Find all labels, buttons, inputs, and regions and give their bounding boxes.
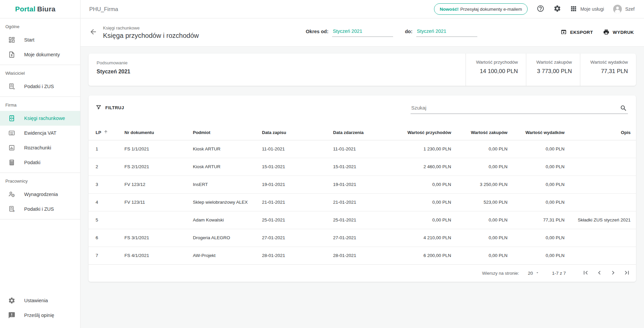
column-header-nr-dokumentu[interactable]: Nr dokumentu bbox=[122, 125, 190, 140]
ledger-cabinet-icon bbox=[8, 114, 16, 122]
print-label: WYDRUK bbox=[613, 30, 634, 35]
table-header-row: LP Nr dokumentu Podmiot Data zapisu Data… bbox=[89, 125, 636, 140]
sidebar-section-ogolne: Ogólne Start Moje dokumenty bbox=[0, 18, 80, 65]
promo-highlight: Nowość! bbox=[440, 7, 459, 12]
column-header-lp[interactable]: LP bbox=[89, 125, 122, 140]
cell-przychody: 6 200,00 PLN bbox=[393, 247, 454, 264]
cell-lp: 4 bbox=[89, 193, 122, 211]
sidebar-item-ksiegi-rachunkowe[interactable]: Księgi rachunkowe bbox=[0, 111, 80, 126]
summary-period: Styczeń 2021 bbox=[97, 69, 458, 75]
table-body: 1 FS 1/1/2021 Kiosk ARTUR 11-01-2021 11-… bbox=[89, 140, 636, 264]
previous-page-button[interactable] bbox=[595, 269, 604, 277]
column-header-przychody[interactable]: Wartość przychodów bbox=[393, 125, 454, 140]
arrow-back-icon bbox=[89, 28, 97, 37]
header-actions: EKSPORT WYDRUK bbox=[560, 29, 634, 36]
first-page-button[interactable] bbox=[581, 269, 590, 277]
summary-stats: Wartość przychodów 14 100,00 PLN Wartość… bbox=[466, 54, 636, 86]
sidebar-item-podatki[interactable]: Podatki bbox=[0, 155, 80, 170]
rows-per-page-select[interactable]: 20 bbox=[528, 271, 539, 276]
table-row[interactable]: 7 FS 4/1/2021 AW-Projekt 28-01-2021 28-0… bbox=[89, 247, 636, 264]
promo-button[interactable]: Nowość! Przesyłaj dokumenty e-mailem bbox=[434, 3, 528, 15]
table-row[interactable]: 3 FV 123/12 InsERT 19-01-2021 19-01-2021… bbox=[89, 176, 636, 193]
filter-label: FILTRUJ bbox=[105, 105, 124, 110]
sidebar-item-wynagrodzenia[interactable]: $ Wynagrodzenia bbox=[0, 187, 80, 202]
cell-przychody: 0,00 PLN bbox=[393, 176, 454, 193]
column-header-opis[interactable]: Opis bbox=[567, 125, 636, 140]
cell-lp: 3 bbox=[89, 176, 122, 193]
document-upload-icon bbox=[8, 51, 16, 59]
sidebar-item-podatki-zus-wlasciciel[interactable]: Podatki i ZUS bbox=[0, 79, 80, 94]
sidebar-item-label: Rozrachunki bbox=[24, 145, 51, 150]
sidebar-item-rozrachunki[interactable]: Rozrachunki bbox=[0, 140, 80, 155]
cell-zakupy: 0,00 PLN bbox=[454, 211, 510, 229]
sidebar-item-podatki-zus-pracownicy[interactable]: P Podatki i ZUS bbox=[0, 202, 80, 216]
sidebar-item-moje-dokumenty[interactable]: Moje dokumenty bbox=[0, 47, 80, 62]
table-row[interactable]: 6 FS 3/1/2021 Drogeria ALEGRO 27-01-2021… bbox=[89, 229, 636, 247]
stat-value: 3 773,00 PLN bbox=[536, 68, 572, 75]
settings-button[interactable] bbox=[553, 5, 561, 13]
export-button[interactable]: EKSPORT bbox=[560, 29, 593, 36]
table-row[interactable]: 5 Adam Kowalski 25-01-2021 25-01-2021 0,… bbox=[89, 211, 636, 229]
title-block: Księgi rachunkowe Księga przychodów i ro… bbox=[103, 25, 199, 40]
sidebar-footer: Ustawienia Prześlij opinię bbox=[0, 293, 80, 328]
stat-label: Wartość wydatków bbox=[590, 60, 628, 65]
rows-per-page-label: Wierszy na stronie: bbox=[482, 271, 519, 276]
cell-opis: Składki ZUS styczeń 2021 bbox=[567, 211, 636, 229]
avatar bbox=[613, 5, 622, 13]
column-header-data-zdarzenia[interactable]: Data zdarzenia bbox=[330, 125, 393, 140]
sidebar-item-ewidencja-vat[interactable]: VAT Ewidencja VAT bbox=[0, 126, 80, 140]
svg-text:$: $ bbox=[12, 194, 13, 196]
cell-podmiot: Adam Kowalski bbox=[190, 211, 259, 229]
sidebar-item-start[interactable]: Start bbox=[0, 32, 80, 47]
cell-przychody: 2 460,00 PLN bbox=[393, 158, 454, 176]
sidebar-item-ustawienia[interactable]: Ustawienia bbox=[0, 293, 80, 308]
search-icon[interactable] bbox=[620, 105, 627, 113]
pagination-bar: Wierszy na stronie: 20 1-7 z 7 bbox=[89, 264, 636, 282]
cell-data-zdarzenia: 15-01-2021 bbox=[330, 158, 393, 176]
stat-przychody: Wartość przychodów 14 100,00 PLN bbox=[466, 54, 526, 86]
sidebar-item-label: Podatki bbox=[24, 160, 40, 165]
search-box bbox=[411, 104, 628, 114]
table-row[interactable]: 4 FV 123/11 Sklep wielobranżowy ALEX 21-… bbox=[89, 193, 636, 211]
sidebar-item-przeslij-opinie[interactable]: Prześlij opinię bbox=[0, 308, 80, 323]
column-label: LP bbox=[96, 130, 101, 135]
cell-zakupy: 523,00 PLN bbox=[454, 193, 510, 211]
logo-text: PortalBiura bbox=[15, 5, 55, 13]
last-page-button[interactable] bbox=[623, 269, 631, 277]
sidebar-item-label: Ewidencja VAT bbox=[24, 130, 56, 136]
cell-opis bbox=[567, 229, 636, 247]
column-header-podmiot[interactable]: Podmiot bbox=[190, 125, 259, 140]
section-label: Firma bbox=[0, 97, 80, 111]
period-to-field[interactable]: Styczeń 2021 bbox=[416, 28, 477, 37]
column-header-zakupy[interactable]: Wartość zakupów bbox=[454, 125, 510, 140]
next-page-button[interactable] bbox=[609, 269, 618, 277]
column-header-data-zapisu[interactable]: Data zapisu bbox=[259, 125, 330, 140]
cell-data-zapisu: 11-01-2021 bbox=[259, 140, 330, 158]
cell-wydatki: 0,00 PLN bbox=[510, 176, 567, 193]
funnel-icon bbox=[96, 104, 102, 111]
column-header-wydatki[interactable]: Wartość wydatków bbox=[510, 125, 567, 140]
back-button[interactable] bbox=[89, 28, 97, 37]
user-menu[interactable]: Szef bbox=[613, 5, 635, 13]
my-services-button[interactable]: Moje usługi bbox=[570, 5, 604, 13]
cell-data-zapisu: 25-01-2021 bbox=[259, 211, 330, 229]
print-button[interactable]: WYDRUK bbox=[603, 29, 634, 36]
table-row[interactable]: 2 FS 2/1/2021 Kiosk ARTUR 15-01-2021 15-… bbox=[89, 158, 636, 176]
main-area: Księgi rachunkowe Księga przychodów i ro… bbox=[80, 18, 644, 328]
cell-data-zapisu: 19-01-2021 bbox=[259, 176, 330, 193]
printer-icon bbox=[603, 29, 609, 36]
filter-button[interactable]: FILTRUJ bbox=[96, 104, 124, 111]
period-from-field[interactable]: Styczeń 2021 bbox=[332, 28, 393, 37]
cell-lp: 7 bbox=[89, 247, 122, 264]
table-row[interactable]: 1 FS 1/1/2021 Kiosk ARTUR 11-01-2021 11-… bbox=[89, 140, 636, 158]
logo[interactable]: PortalBiura bbox=[0, 0, 80, 18]
company-name: PHU_Firma bbox=[89, 6, 118, 12]
cell-wydatki: 0,00 PLN bbox=[510, 158, 567, 176]
chevron-left-icon bbox=[596, 269, 603, 277]
logo-part1: Portal bbox=[15, 5, 36, 13]
sidebar-item-label: Księgi rachunkowe bbox=[24, 116, 65, 121]
help-button[interactable] bbox=[537, 5, 544, 13]
search-input[interactable] bbox=[411, 104, 628, 114]
page-header: Księgi rachunkowe Księga przychodów i ro… bbox=[80, 18, 644, 47]
cell-nr-dokumentu: FS 3/1/2021 bbox=[122, 229, 190, 247]
